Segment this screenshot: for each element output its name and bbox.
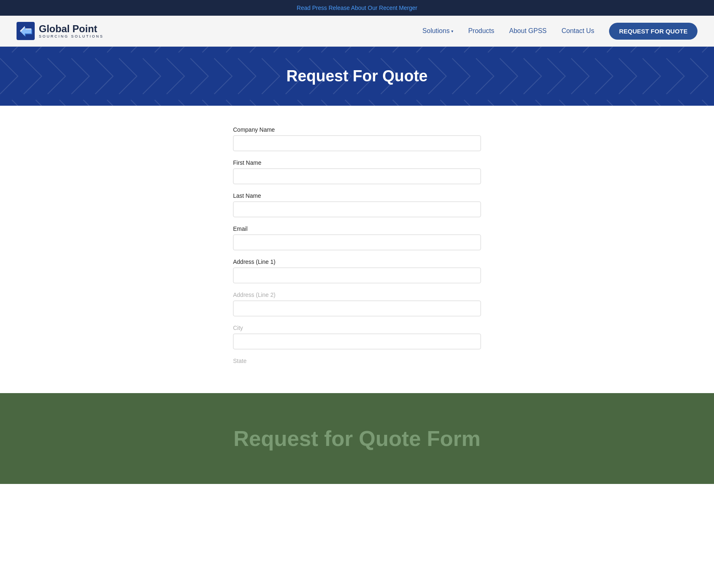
email-input[interactable] xyxy=(233,235,481,250)
last-name-label: Last Name xyxy=(233,192,481,199)
form-section: Company Name First Name Last Name Email … xyxy=(0,106,714,393)
city-label: City xyxy=(233,325,481,331)
nav-products[interactable]: Products xyxy=(468,27,494,35)
company-name-group: Company Name xyxy=(233,126,481,151)
address1-group: Address (Line 1) xyxy=(233,258,481,283)
form-container: Company Name First Name Last Name Email … xyxy=(233,126,481,372)
first-name-input[interactable] xyxy=(233,168,481,184)
nav-about[interactable]: About GPSS xyxy=(509,27,547,35)
address1-label: Address (Line 1) xyxy=(233,258,481,265)
last-name-group: Last Name xyxy=(233,192,481,217)
state-label: State xyxy=(233,358,481,364)
email-group: Email xyxy=(233,225,481,250)
first-name-label: First Name xyxy=(233,159,481,166)
nav-contact[interactable]: Contact Us xyxy=(562,27,594,35)
logo[interactable]: Global Point SOURCING SOLUTIONS xyxy=(17,22,104,40)
announcement-bar: Read Press Release About Our Recent Merg… xyxy=(0,0,714,16)
logo-main-text: Global Point xyxy=(39,24,104,34)
address2-group: Address (Line 2) xyxy=(233,292,481,316)
company-name-label: Company Name xyxy=(233,126,481,133)
footer-title: Request for Quote Form xyxy=(17,426,697,451)
company-name-input[interactable] xyxy=(233,135,481,151)
logo-text: Global Point SOURCING SOLUTIONS xyxy=(39,24,104,38)
address2-input[interactable] xyxy=(233,301,481,316)
nav-solutions[interactable]: Solutions ▾ xyxy=(422,27,453,35)
address2-label: Address (Line 2) xyxy=(233,292,481,298)
nav-cta-button[interactable]: REQUEST FOR QUOTE xyxy=(609,23,697,40)
city-group: City xyxy=(233,325,481,349)
address1-input[interactable] xyxy=(233,268,481,283)
footer-section: Request for Quote Form xyxy=(0,393,714,484)
hero-title: Request For Quote xyxy=(0,67,714,85)
navigation: Global Point SOURCING SOLUTIONS Solution… xyxy=(0,16,714,47)
logo-icon xyxy=(17,22,35,40)
last-name-input[interactable] xyxy=(233,202,481,217)
nav-links: Solutions ▾ Products About GPSS Contact … xyxy=(422,23,697,40)
logo-sub-text: SOURCING SOLUTIONS xyxy=(39,34,104,38)
email-label: Email xyxy=(233,225,481,232)
first-name-group: First Name xyxy=(233,159,481,184)
city-input[interactable] xyxy=(233,334,481,349)
state-group: State xyxy=(233,358,481,364)
announcement-link[interactable]: Read Press Release About Our Recent Merg… xyxy=(297,5,417,11)
hero-section: Request For Quote xyxy=(0,47,714,106)
chevron-down-icon: ▾ xyxy=(451,29,453,33)
